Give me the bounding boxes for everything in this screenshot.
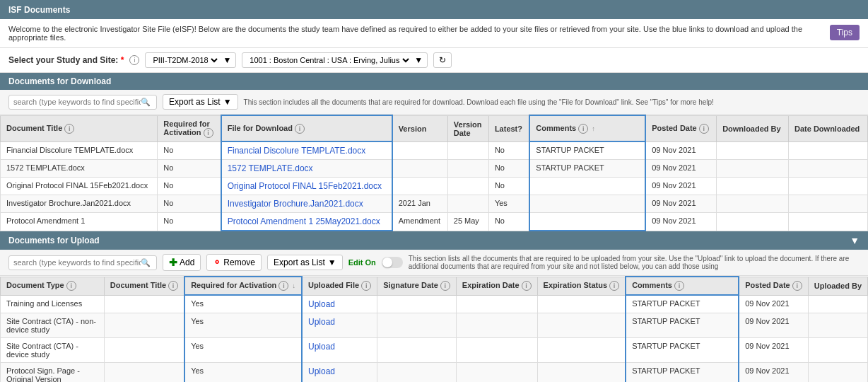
ul-doc-title-cell bbox=[104, 313, 184, 337]
upload-table-body: Training and Licenses Yes Upload STARTUP… bbox=[1, 295, 868, 382]
req-act-sort-down[interactable]: ↓ bbox=[292, 282, 295, 289]
dl-comments-cell: STARTUP PACKET bbox=[529, 141, 645, 160]
ul-expiration-date-cell bbox=[456, 313, 537, 337]
dl-date-downloaded-cell bbox=[789, 141, 868, 160]
comments-upload-info-icon[interactable]: i bbox=[674, 281, 684, 291]
exp-status-info-icon[interactable]: i bbox=[609, 281, 619, 291]
dl-version-date-cell bbox=[447, 195, 488, 213]
dl-doc-title-cell: Protocol Amendment 1 bbox=[1, 213, 158, 231]
dl-version-cell bbox=[392, 141, 448, 160]
req-act-upload-info-icon[interactable]: i bbox=[278, 281, 288, 291]
download-table-body: Financial Discolure TEMPLATE.docx No Fin… bbox=[1, 141, 868, 231]
upload-export-button[interactable]: Export as List ▼ bbox=[267, 255, 343, 270]
refresh-button[interactable]: ↻ bbox=[433, 52, 452, 68]
dl-required-cell: No bbox=[158, 195, 221, 213]
ul-expiration-date-cell bbox=[456, 337, 537, 362]
edit-on-toggle[interactable] bbox=[382, 257, 403, 268]
dl-posted-date-cell: 09 Nov 2021 bbox=[645, 213, 716, 231]
upload-table-container: Document Type i Document Title i Require… bbox=[0, 276, 868, 382]
col-expiration-date: Expiration Date i bbox=[456, 277, 537, 295]
plus-icon: ✚ bbox=[169, 257, 177, 268]
doc-title-upload-info-icon[interactable]: i bbox=[168, 281, 178, 291]
download-export-button[interactable]: Export as List ▼ bbox=[163, 94, 238, 110]
welcome-text: Welcome to the electronic Investigator S… bbox=[8, 25, 823, 42]
ul-expiration-date-cell bbox=[456, 295, 537, 313]
exp-date-info-icon[interactable]: i bbox=[522, 281, 532, 291]
col-document-title: Document Title i bbox=[1, 115, 158, 141]
upload-search-box[interactable]: 🔍 bbox=[8, 255, 157, 270]
ul-comments-cell: STARTUP PACKET bbox=[626, 337, 739, 362]
req-act-info-icon[interactable]: i bbox=[204, 128, 213, 138]
file-download-link[interactable]: Financial Discolure TEMPLATE.docx bbox=[228, 146, 366, 156]
ul-expiration-status-cell bbox=[537, 295, 626, 313]
upload-search-input[interactable] bbox=[13, 258, 141, 267]
ul-uploaded-by-cell bbox=[808, 295, 867, 313]
col-latest: Latest? bbox=[488, 115, 529, 141]
dl-comments-cell: STARTUP PACKET bbox=[529, 160, 645, 178]
minus-icon: ⚬ bbox=[213, 257, 221, 268]
study-select-label: Select your Study and Site: * bbox=[8, 55, 124, 65]
dl-doc-title-cell: Original Protocol FINAL 15Feb2021.docx bbox=[1, 178, 158, 195]
ul-required-cell: Yes bbox=[184, 295, 302, 313]
upload-table-row: Site Contract (CTA) - non-device study Y… bbox=[1, 313, 868, 337]
upload-link[interactable]: Upload bbox=[308, 317, 335, 327]
ul-required-cell: Yes bbox=[184, 337, 302, 362]
study-select[interactable]: PIII-T2DM-2018 bbox=[150, 55, 220, 65]
doc-type-info-icon[interactable]: i bbox=[66, 281, 76, 291]
upload-link[interactable]: Upload bbox=[308, 366, 335, 376]
posted-date-info-icon[interactable]: i bbox=[699, 124, 709, 134]
download-search-input[interactable] bbox=[13, 98, 141, 106]
dl-latest-cell: No bbox=[488, 213, 529, 231]
study-dropdown[interactable]: PIII-T2DM-2018 ▼ bbox=[145, 52, 236, 68]
dl-version-date-cell bbox=[447, 141, 488, 160]
upload-toolbar: 🔍 ✚ Add ⚬ Remove Export as List ▼ Edit O… bbox=[0, 250, 868, 276]
download-table-row: Investigator Brochure.Jan2021.docx No In… bbox=[1, 195, 868, 213]
dl-version-date-cell bbox=[447, 160, 488, 178]
upload-section-header: Documents for Upload ▼ bbox=[0, 231, 868, 250]
ul-doc-type-cell: Training and Licenses bbox=[1, 295, 105, 313]
dl-version-date-cell bbox=[447, 178, 488, 195]
upload-link[interactable]: Upload bbox=[308, 342, 335, 352]
site-dropdown[interactable]: 1001 : Boston Central : USA : Erving, Ju… bbox=[242, 52, 428, 68]
study-info-icon[interactable]: i bbox=[129, 55, 139, 65]
uploaded-file-info-icon[interactable]: i bbox=[361, 281, 371, 291]
col-uploaded-file: Uploaded File i bbox=[302, 277, 377, 295]
dl-doc-title-cell: Investigator Brochure.Jan2021.docx bbox=[1, 195, 158, 213]
dl-downloaded-by-cell bbox=[717, 160, 789, 178]
dl-doc-title-cell: 1572 TEMPLATE.docx bbox=[1, 160, 158, 178]
upload-export-arrow: ▼ bbox=[328, 257, 336, 267]
site-select[interactable]: 1001 : Boston Central : USA : Erving, Ju… bbox=[247, 55, 411, 65]
file-download-link[interactable]: Protocol Amendment 1 25May2021.docx bbox=[228, 216, 380, 226]
posted-date-upload-info-icon[interactable]: i bbox=[792, 281, 802, 291]
export-label: Export as List bbox=[169, 97, 221, 107]
dl-date-downloaded-cell bbox=[789, 160, 868, 178]
col-comments: Comments i ↑ bbox=[529, 115, 645, 141]
remove-button[interactable]: ⚬ Remove bbox=[206, 254, 262, 271]
dl-required-cell: No bbox=[158, 141, 221, 160]
add-label: Add bbox=[180, 257, 194, 267]
sig-date-info-icon[interactable]: i bbox=[440, 281, 450, 291]
comments-sort-icon[interactable]: ↑ bbox=[592, 125, 595, 132]
col-version-date: VersionDate bbox=[447, 115, 488, 141]
add-button[interactable]: ✚ Add bbox=[163, 254, 201, 271]
dl-version-cell bbox=[392, 160, 448, 178]
col-expiration-status: Expiration Status i bbox=[537, 277, 626, 295]
ul-uploaded-file-cell: Upload bbox=[302, 313, 377, 337]
ul-required-cell: Yes bbox=[184, 362, 302, 382]
file-download-link[interactable]: Investigator Brochure.Jan2021.docx bbox=[228, 199, 363, 209]
file-download-link[interactable]: 1572 TEMPLATE.docx bbox=[228, 163, 313, 173]
col-version: Version bbox=[392, 115, 448, 141]
dl-latest-cell: No bbox=[488, 141, 529, 160]
dl-comments-cell bbox=[529, 178, 645, 195]
upload-link[interactable]: Upload bbox=[308, 299, 335, 309]
doc-title-info-icon[interactable]: i bbox=[64, 124, 74, 134]
download-search-box[interactable]: 🔍 bbox=[8, 95, 157, 110]
file-download-info-icon[interactable]: i bbox=[295, 124, 305, 134]
upload-collapse-icon[interactable]: ▼ bbox=[850, 235, 860, 246]
tips-button[interactable]: Tips bbox=[830, 25, 860, 40]
comments-info-icon[interactable]: i bbox=[578, 124, 588, 134]
upload-table: Document Type i Document Title i Require… bbox=[0, 276, 868, 382]
ul-doc-type-cell: Protocol Sign. Page - Original Version bbox=[1, 362, 105, 382]
file-download-link[interactable]: Original Protocol FINAL 15Feb2021.docx bbox=[228, 181, 382, 191]
remove-label: Remove bbox=[223, 257, 255, 267]
